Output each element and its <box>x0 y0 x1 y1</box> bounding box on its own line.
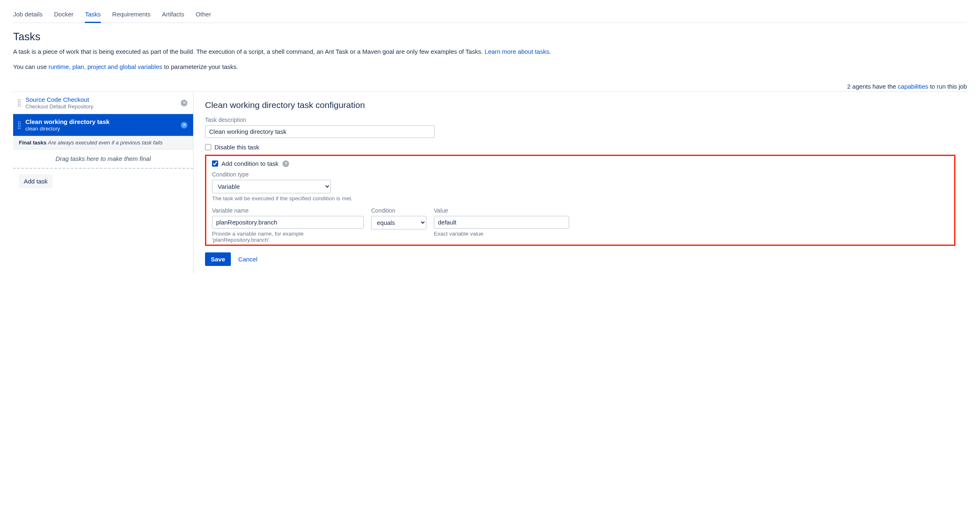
remove-task-icon[interactable]: ✕ <box>181 100 187 106</box>
disable-task-row: Disable this task <box>205 144 955 151</box>
variable-name-label: Variable name <box>212 207 364 214</box>
add-task-button[interactable]: Add task <box>19 174 52 188</box>
final-tasks-hint: Are always executed even if a previous t… <box>48 140 163 146</box>
add-condition-label: Add condition to task <box>221 160 278 167</box>
intro-text-2-pre: You can use <box>13 63 48 70</box>
task-description-field: Task description <box>205 117 955 138</box>
task-info: Source Code Checkout Checkout Default Re… <box>25 96 181 110</box>
condition-value-field: Value Exact variable value <box>434 207 569 243</box>
drag-handle-icon[interactable] <box>17 121 21 129</box>
tab-job-details[interactable]: Job details <box>13 8 43 23</box>
condition-type-hint: The task will be executed if the specifi… <box>212 195 948 202</box>
condition-type-select[interactable]: Variable <box>212 180 331 193</box>
disable-task-checkbox[interactable] <box>205 144 211 150</box>
split-pane: Source Code Checkout Checkout Default Re… <box>13 92 967 274</box>
tab-tasks[interactable]: Tasks <box>85 8 100 23</box>
variable-name-input[interactable] <box>212 216 364 229</box>
task-subtitle: Checkout Default Repository <box>25 103 181 110</box>
config-title: Clean working directory task configurati… <box>205 100 955 110</box>
variable-name-field: Variable name Provide a variable name, f… <box>212 207 364 243</box>
help-icon[interactable]: ? <box>283 160 289 167</box>
condition-highlight-box: Add condition to task ? Condition type V… <box>205 155 955 246</box>
task-description-input[interactable] <box>205 125 435 138</box>
task-row-source-checkout[interactable]: Source Code Checkout Checkout Default Re… <box>13 92 193 114</box>
tab-other[interactable]: Other <box>196 8 211 23</box>
intro-text-1-body: A task is a piece of work that is being … <box>13 48 485 55</box>
agents-post: to run this job <box>930 83 967 90</box>
intro-text-1-period: . <box>549 48 551 55</box>
agents-pre: 2 agents have the <box>847 83 898 90</box>
intro-text-2-post: to parameterize your tasks. <box>164 63 238 70</box>
tab-docker[interactable]: Docker <box>54 8 74 23</box>
task-config-panel: Clean working directory task configurati… <box>194 92 967 274</box>
capabilities-link[interactable]: capabilities <box>898 83 928 90</box>
save-button[interactable]: Save <box>205 252 231 266</box>
variables-link[interactable]: runtime, plan, project and global variab… <box>48 63 162 70</box>
final-tasks-header: Final tasks Are always executed even if … <box>13 136 193 149</box>
final-tasks-dropzone[interactable]: Drag tasks here to make them final <box>13 149 193 169</box>
disable-task-label: Disable this task <box>214 144 259 151</box>
task-info: Clean working directory task clean direc… <box>25 118 181 132</box>
condition-operator-label: Condition <box>371 207 426 214</box>
final-tasks-label: Final tasks <box>19 140 46 146</box>
tab-requirements[interactable]: Requirements <box>112 8 150 23</box>
drag-handle-icon[interactable] <box>17 99 21 107</box>
page-title: Tasks <box>13 30 967 43</box>
task-title: Clean working directory task <box>25 118 181 125</box>
condition-value-label: Value <box>434 207 569 214</box>
form-buttons: Save Cancel <box>205 252 955 266</box>
add-condition-checkbox[interactable] <box>212 160 218 167</box>
add-condition-row: Add condition to task ? <box>212 160 948 167</box>
task-list-panel: Source Code Checkout Checkout Default Re… <box>13 92 194 274</box>
condition-operator-field: Condition equals <box>371 207 426 243</box>
condition-value-input[interactable] <box>434 216 569 229</box>
cancel-link[interactable]: Cancel <box>238 256 258 263</box>
condition-type-label: Condition type <box>212 171 948 178</box>
task-subtitle: clean directory <box>25 126 181 132</box>
task-description-label: Task description <box>205 117 955 123</box>
tab-bar: Job details Docker Tasks Requirements Ar… <box>13 8 967 23</box>
task-row-clean-directory[interactable]: Clean working directory task clean direc… <box>13 114 193 136</box>
condition-value-hint: Exact variable value <box>434 231 569 237</box>
task-title: Source Code Checkout <box>25 96 181 103</box>
variable-name-hint: Provide a variable name, for example 'pl… <box>212 231 343 243</box>
intro-text-1: A task is a piece of work that is being … <box>13 47 967 57</box>
condition-operator-select[interactable]: equals <box>371 216 426 229</box>
tab-artifacts[interactable]: Artifacts <box>162 8 184 23</box>
intro-text-2: You can use runtime, plan, project and g… <box>13 62 967 72</box>
condition-details-row: Variable name Provide a variable name, f… <box>212 207 948 243</box>
condition-type-field: Condition type Variable The task will be… <box>212 171 948 202</box>
agents-line: 2 agents have the capabilities to run th… <box>13 83 967 90</box>
remove-task-icon[interactable]: ✕ <box>181 122 187 128</box>
learn-more-link[interactable]: Learn more about tasks <box>485 48 549 55</box>
